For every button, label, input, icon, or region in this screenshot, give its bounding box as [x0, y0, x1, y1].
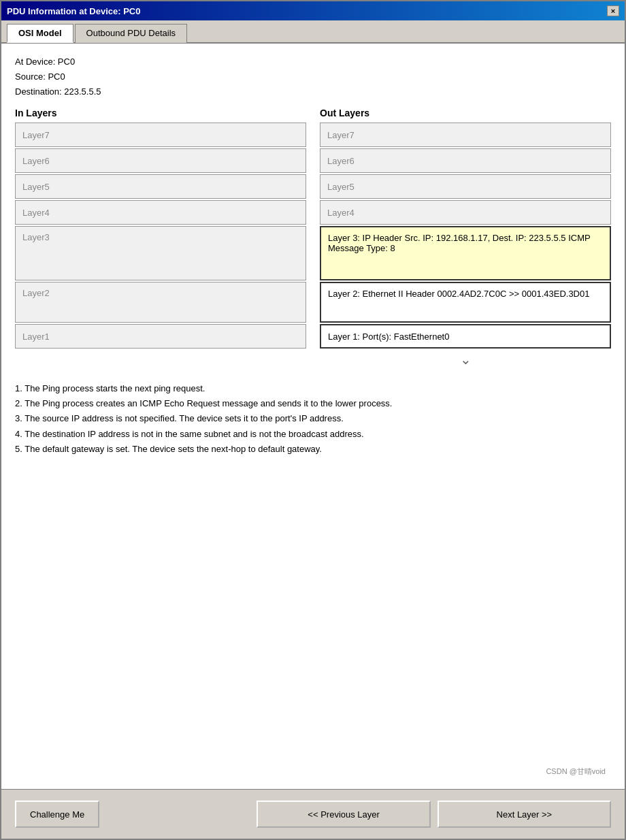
down-arrow-icon: ⌄ — [320, 351, 611, 368]
source-label: Source: PC0 — [15, 69, 611, 84]
description-text: 1. The Ping process starts the next ping… — [15, 381, 611, 456]
window-title: PDU Information at Device: PC0 — [7, 6, 141, 16]
title-bar: PDU Information at Device: PC0 × — [1, 1, 625, 20]
main-content: At Device: PC0 Source: PC0 Destination: … — [1, 44, 625, 789]
footer: Challenge Me << Previous Layer Next Laye… — [1, 789, 625, 839]
next-layer-button[interactable]: Next Layer >> — [438, 801, 611, 828]
in-layers-column: In Layers Layer7 Layer6 Layer5 Layer4 La… — [15, 108, 306, 370]
spacer — [15, 468, 611, 757]
device-info: At Device: PC0 Source: PC0 Destination: … — [15, 54, 611, 99]
tab-outbound-pdu[interactable]: Outbound PDU Details — [75, 24, 188, 43]
layers-container: In Layers Layer7 Layer6 Layer5 Layer4 La… — [15, 108, 611, 370]
in-layer6: Layer6 — [15, 148, 306, 173]
out-layer6: Layer6 — [320, 148, 611, 173]
out-layer5: Layer5 — [320, 174, 611, 199]
tab-osi-model[interactable]: OSI Model — [7, 24, 73, 43]
in-layer3: Layer3 — [15, 226, 306, 280]
out-layers-column: Out Layers Layer7 Layer6 Layer5 Layer4 L… — [320, 108, 611, 370]
out-layer3[interactable]: Layer 3: IP Header Src. IP: 192.168.1.17… — [320, 226, 611, 280]
in-layer1: Layer1 — [15, 324, 306, 349]
close-button[interactable]: × — [607, 5, 619, 16]
out-layer7: Layer7 — [320, 123, 611, 147]
in-layer4: Layer4 — [15, 200, 306, 225]
previous-layer-button[interactable]: << Previous Layer — [257, 801, 430, 828]
challenge-me-button[interactable]: Challenge Me — [15, 801, 99, 828]
main-window: PDU Information at Device: PC0 × OSI Mod… — [0, 0, 626, 840]
in-layer7: Layer7 — [15, 123, 306, 147]
description-area: 1. The Ping process starts the next ping… — [15, 378, 611, 459]
out-layer2[interactable]: Layer 2: Ethernet II Header 0002.4AD2.7C… — [320, 282, 611, 323]
out-layers-title: Out Layers — [320, 108, 611, 118]
tab-bar: OSI Model Outbound PDU Details — [1, 20, 625, 44]
out-layer1[interactable]: Layer 1: Port(s): FastEthernet0 — [320, 324, 611, 349]
at-device-label: At Device: PC0 — [15, 54, 611, 69]
in-layers-title: In Layers — [15, 108, 306, 118]
in-layer2: Layer2 — [15, 282, 306, 323]
in-layer5: Layer5 — [15, 174, 306, 199]
destination-label: Destination: 223.5.5.5 — [15, 84, 611, 99]
out-layer4: Layer4 — [320, 200, 611, 225]
watermark: CSDN @甘晴void — [15, 765, 611, 778]
